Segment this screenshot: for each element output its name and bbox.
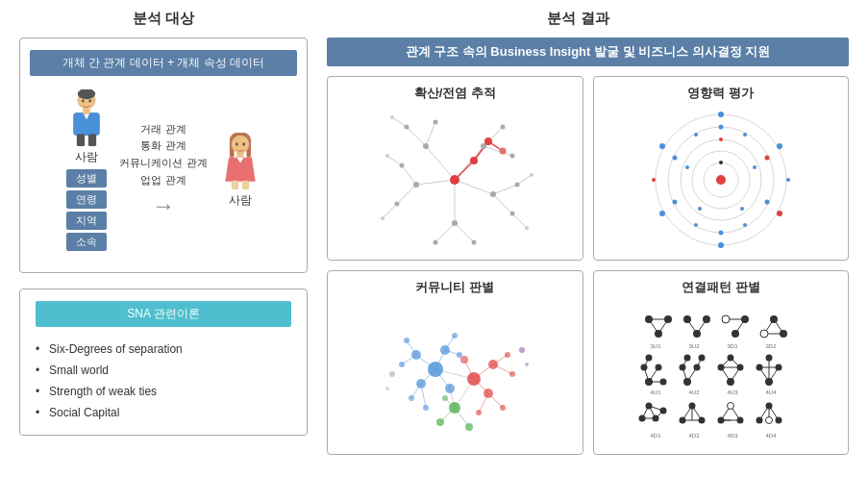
chart-community: 커뮤니티 판별	[327, 270, 583, 455]
svg-point-156	[703, 315, 710, 323]
svg-point-172	[645, 378, 653, 386]
svg-point-45	[413, 182, 419, 188]
svg-point-73	[777, 211, 782, 216]
svg-point-161	[741, 315, 749, 323]
svg-point-134	[505, 352, 510, 358]
svg-point-47	[405, 125, 409, 130]
theory-header: SNA 관련이론	[36, 301, 291, 327]
svg-point-72	[777, 143, 782, 149]
svg-point-5	[89, 100, 92, 103]
svg-point-210	[652, 414, 658, 421]
svg-line-27	[397, 185, 416, 204]
left-panel: 개체 간 관계 데이터 + 개체 속성 데이터	[19, 38, 308, 455]
svg-point-225	[736, 416, 743, 423]
svg-point-46	[490, 191, 496, 197]
svg-point-89	[719, 161, 723, 164]
person-left-label: 사람	[75, 149, 98, 165]
svg-point-125	[399, 362, 405, 367]
svg-point-131	[488, 360, 498, 369]
theory-list: Six-Degrees of separation Small world St…	[36, 339, 291, 423]
spread-chart-svg	[368, 108, 541, 252]
svg-point-43	[423, 143, 429, 149]
svg-point-121	[416, 379, 426, 389]
svg-point-139	[436, 418, 444, 426]
svg-point-149	[655, 330, 662, 338]
attr-gender: 성별	[66, 169, 107, 188]
svg-point-154	[693, 330, 701, 338]
svg-line-38	[517, 175, 532, 185]
chart-community-visual	[335, 302, 575, 446]
svg-point-48	[434, 120, 438, 125]
svg-point-55	[452, 220, 458, 226]
svg-point-174	[655, 364, 661, 370]
svg-rect-8	[88, 134, 96, 146]
attr-age: 연령	[66, 190, 107, 209]
right-heading: 분석 결과	[308, 10, 849, 28]
svg-line-35	[383, 204, 397, 218]
svg-point-159	[732, 330, 739, 338]
attr-region: 지역	[66, 212, 107, 230]
svg-point-143	[385, 387, 389, 390]
svg-line-28	[402, 165, 416, 185]
svg-point-65	[530, 173, 533, 177]
svg-point-86	[698, 207, 702, 211]
svg-point-173	[640, 364, 647, 370]
attr-affiliation: 소속	[66, 233, 107, 251]
svg-point-232	[765, 416, 772, 423]
svg-text:3U1: 3U1	[650, 343, 661, 349]
svg-point-49	[501, 125, 506, 130]
svg-rect-7	[77, 134, 85, 146]
svg-point-194	[727, 354, 733, 361]
svg-point-95	[694, 223, 698, 227]
svg-point-191	[727, 378, 734, 386]
relation-1: 거래 관계	[119, 121, 207, 138]
svg-point-185	[698, 354, 705, 361]
svg-point-224	[717, 416, 724, 423]
pattern-chart-svg: 3U1 3U2 3D1 3D2 4U1 4U2 4U3 4U4 4D1 4D2 …	[634, 305, 807, 444]
svg-point-192	[717, 364, 724, 370]
svg-point-176	[645, 354, 652, 361]
svg-point-122	[440, 345, 450, 355]
svg-point-182	[679, 364, 685, 370]
chart-spread: 확산/전염 추적	[327, 76, 583, 261]
svg-point-126	[409, 395, 414, 401]
person-left-icon	[63, 89, 110, 147]
relations-text: 거래 관계 통화 관계 커뮤니케이션 관계 업업 관계	[119, 121, 207, 188]
svg-point-90	[743, 133, 747, 137]
svg-point-223	[727, 402, 733, 409]
svg-point-64	[385, 154, 389, 158]
svg-rect-17	[231, 180, 237, 188]
svg-point-124	[404, 338, 409, 343]
svg-point-211	[659, 407, 666, 414]
svg-point-136	[500, 405, 506, 411]
svg-point-201	[775, 364, 781, 370]
svg-point-53	[510, 212, 515, 216]
svg-text:3U2: 3U2	[688, 343, 700, 349]
person-right-label: 사람	[229, 192, 252, 209]
svg-point-82	[672, 156, 677, 161]
svg-point-132	[484, 389, 493, 398]
svg-rect-15	[236, 152, 243, 158]
svg-point-120	[411, 350, 421, 360]
svg-point-218	[698, 416, 705, 423]
relation-4: 업업 관계	[119, 172, 207, 189]
svg-point-142	[389, 371, 395, 377]
influence-chart-svg	[634, 108, 807, 252]
svg-point-165	[770, 315, 778, 323]
analysis-header: 개체 간 관계 데이터 + 개체 속성 데이터	[30, 50, 297, 76]
svg-line-21	[416, 180, 455, 185]
svg-point-58	[470, 157, 478, 164]
svg-text:4U1: 4U1	[650, 389, 661, 395]
svg-line-19	[426, 146, 455, 180]
svg-point-94	[743, 223, 747, 227]
chart-spread-visual	[335, 108, 575, 252]
svg-point-166	[760, 330, 768, 338]
person-left: 사람 성별 연령 지역 소속	[63, 89, 110, 251]
svg-point-209	[638, 414, 645, 421]
svg-point-151	[664, 315, 672, 323]
svg-point-216	[688, 402, 695, 409]
svg-point-119	[428, 362, 443, 377]
chart-spread-title: 확산/전염 추적	[414, 85, 496, 102]
svg-point-140	[465, 423, 473, 431]
chart-community-title: 커뮤니티 판별	[415, 279, 494, 296]
